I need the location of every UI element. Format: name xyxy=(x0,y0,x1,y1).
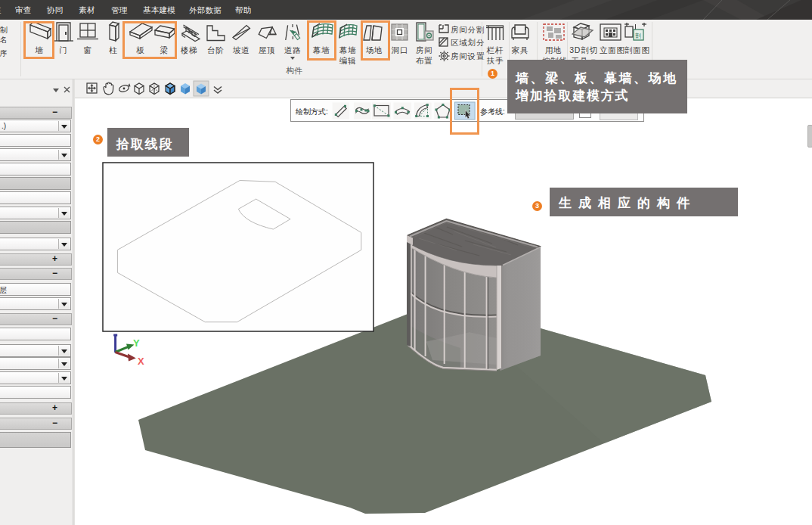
svg-text:X: X xyxy=(138,356,144,367)
svg-text:Y: Y xyxy=(133,337,140,349)
svg-text:剖: 剖 xyxy=(635,33,641,39)
